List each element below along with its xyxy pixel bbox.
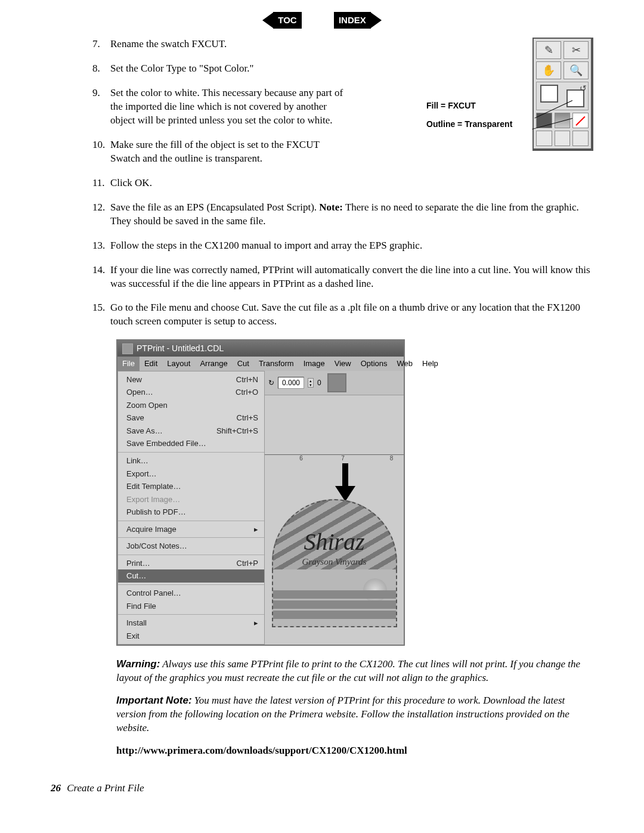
- menu-help[interactable]: Help: [417, 357, 443, 371]
- top-nav: TOC INDEX: [51, 12, 593, 29]
- step-number: 8.: [92, 62, 110, 76]
- menu-item-export[interactable]: Export…: [118, 467, 264, 481]
- outline-label: Outline = Transparent: [426, 119, 534, 130]
- label-title: Shiraz: [272, 526, 397, 558]
- spinner[interactable]: ▴▾: [308, 378, 314, 388]
- ptprint-screenshot: PTPrint - Untitled1.CDL File Edit Layout…: [116, 339, 405, 646]
- rotate-field[interactable]: 0.000: [278, 377, 304, 389]
- step-number: 10.: [92, 138, 110, 152]
- step-11: 11. Click OK.: [92, 176, 593, 190]
- step-text: Save the file as an EPS (Encapsulated Po…: [110, 201, 593, 228]
- step-text: Go to the File menu and choose Cut. Save…: [110, 301, 593, 329]
- menu-item-edit-template[interactable]: Edit Template…: [118, 480, 264, 493]
- menubar: File Edit Layout Arrange Cut Transform I…: [117, 357, 404, 371]
- step-text: Make sure the fill of the object is set …: [110, 138, 349, 166]
- canvas-area: ↻ 0.000 ▴▾ 0 6 7 8 Shiraz Grayson Vinyar…: [265, 371, 404, 645]
- menu-item-job-cost[interactable]: Job/Cost Notes…: [118, 540, 264, 553]
- page-number: 26: [51, 782, 61, 794]
- warning-note: Warning: Always use this same PTPrint fi…: [116, 658, 593, 685]
- menu-options[interactable]: Options: [356, 357, 392, 371]
- zero-label: 0: [317, 378, 321, 388]
- menu-item-link[interactable]: Link…: [118, 454, 264, 467]
- zoom-icon: 🔍: [564, 61, 589, 79]
- menu-item-export-image: Export Image…: [118, 493, 264, 506]
- mode-row: [536, 131, 589, 146]
- index-button[interactable]: INDEX: [334, 12, 371, 29]
- download-url: http://www.primera.com/downloads/support…: [116, 744, 593, 758]
- menu-edit[interactable]: Edit: [140, 357, 162, 371]
- step-number: 12.: [92, 201, 110, 215]
- menu-web[interactable]: Web: [392, 357, 418, 371]
- menu-item-acquire-image[interactable]: Acquire Image▸: [118, 523, 264, 536]
- step-number: 13.: [92, 239, 110, 253]
- step-14: 14. If your die line was correctly named…: [92, 264, 593, 291]
- step-15: 15. Go to the File menu and choose Cut. …: [92, 301, 593, 329]
- menu-image[interactable]: Image: [299, 357, 330, 371]
- tool-palette-annotation: ✎ ✂ ✋ 🔍 ↺ Fill = FXCUT Outl: [435, 38, 593, 151]
- property-bar: ↻ 0.000 ▴▾ 0: [265, 371, 404, 395]
- menu-item-cut[interactable]: Cut…: [118, 569, 264, 583]
- file-dropdown: NewCtrl+N Open…Ctrl+O Zoom Open SaveCtrl…: [117, 371, 265, 645]
- mode-icon: [555, 131, 571, 146]
- app-icon: [122, 343, 133, 354]
- step-13: 13. Follow the steps in the CX1200 manua…: [92, 239, 593, 253]
- menu-item-publish-pdf[interactable]: Publish to PDF…: [118, 506, 264, 519]
- menu-item-print[interactable]: Print…Ctrl+P: [118, 557, 264, 570]
- menu-item-save-as[interactable]: Save As…Shift+Ctrl+S: [118, 425, 264, 438]
- step-10: 10. Make sure the fill of the object is …: [92, 138, 423, 166]
- mode-icon: [572, 131, 589, 146]
- menu-transform[interactable]: Transform: [254, 357, 299, 371]
- menu-file[interactable]: File: [117, 357, 140, 371]
- step-number: 15.: [92, 301, 110, 315]
- titlebar: PTPrint - Untitled1.CDL: [117, 340, 404, 357]
- menu-item-save[interactable]: SaveCtrl+S: [118, 411, 264, 425]
- step-text: Rename the swatch FXCUT.: [110, 38, 423, 51]
- step-text: Follow the steps in the CX1200 manual to…: [110, 239, 593, 253]
- color-swatch[interactable]: [327, 373, 346, 392]
- menu-cut[interactable]: Cut: [233, 357, 254, 371]
- step-number: 9.: [92, 86, 110, 100]
- menu-arrange[interactable]: Arrange: [195, 357, 232, 371]
- step-7: 7. Rename the swatch FXCUT.: [92, 38, 423, 51]
- fill-outline-swatch: ↺: [536, 82, 589, 110]
- step-8: 8. Set the Color Type to "Spot Color.": [92, 62, 423, 76]
- step-text: Click OK.: [110, 176, 593, 190]
- rotate-icon: ↻: [268, 378, 274, 388]
- section-title: Create a Print File: [67, 782, 144, 794]
- step-text: Set the color to white. This necessary b…: [110, 86, 349, 128]
- step-number: 11.: [92, 176, 110, 190]
- step-text: Set the Color Type to "Spot Color.": [110, 62, 423, 76]
- scissors-icon: ✂: [564, 41, 589, 59]
- step-number: 7.: [92, 38, 110, 51]
- tool-palette: ✎ ✂ ✋ 🔍 ↺: [532, 38, 593, 151]
- step-number: 14.: [92, 264, 110, 277]
- step-text: If your die line was correctly named, PT…: [110, 264, 593, 291]
- menu-item-zoom-open[interactable]: Zoom Open: [118, 399, 264, 412]
- mode-icon: [536, 131, 552, 146]
- menu-item-new[interactable]: NewCtrl+N: [118, 373, 264, 386]
- pen-tool-icon: ✎: [536, 41, 561, 59]
- none-icon: [572, 113, 589, 128]
- ruler: 6 7 8: [265, 454, 404, 463]
- menu-item-find-file[interactable]: Find File: [118, 600, 264, 613]
- menu-item-save-embedded[interactable]: Save Embedded File…: [118, 437, 264, 450]
- important-note: Important Note: You must have the latest…: [116, 694, 593, 735]
- menu-view[interactable]: View: [330, 357, 356, 371]
- menu-item-exit[interactable]: Exit: [118, 630, 264, 643]
- menu-item-open[interactable]: Open…Ctrl+O: [118, 386, 264, 399]
- label-preview: Shiraz Grayson Vinyards: [268, 499, 401, 645]
- toc-button[interactable]: TOC: [273, 12, 301, 29]
- step-12: 12. Save the file as an EPS (Encapsulate…: [92, 201, 593, 228]
- step-9: 9. Set the color to white. This necessar…: [92, 86, 423, 128]
- label-subtitle: Grayson Vinyards: [272, 556, 397, 568]
- menu-item-control-panel[interactable]: Control Panel…: [118, 587, 264, 600]
- menu-layout[interactable]: Layout: [162, 357, 195, 371]
- fill-label: Fill = FXCUT: [426, 100, 534, 112]
- menu-item-install[interactable]: Install▸: [118, 617, 264, 630]
- arrow-indicator: [336, 463, 354, 502]
- hand-icon: ✋: [536, 61, 561, 79]
- window-title: PTPrint - Untitled1.CDL: [137, 343, 224, 354]
- page-footer: 26 Create a Print File: [51, 782, 593, 795]
